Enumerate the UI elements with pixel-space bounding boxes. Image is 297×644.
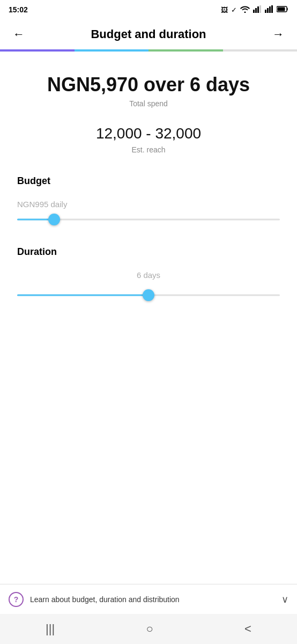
budget-slider-wrapper[interactable] — [17, 214, 280, 225]
nav-back-button[interactable]: < — [234, 618, 262, 640]
budget-section-title: Budget — [17, 175, 280, 187]
duration-section-title: Duration — [17, 246, 280, 258]
back-button[interactable]: ← — [9, 25, 29, 43]
progress-segment-1 — [0, 49, 75, 52]
help-bar[interactable]: ? Learn about budget, duration and distr… — [0, 584, 297, 614]
chevron-down-icon[interactable]: ∨ — [281, 594, 288, 605]
svg-rect-0 — [253, 10, 255, 13]
spend-label: Total spend — [17, 99, 280, 108]
nav-bar: ||| ○ < — [0, 614, 297, 644]
progress-segment-4 — [223, 49, 298, 52]
budget-slider-fill — [17, 219, 54, 221]
svg-rect-4 — [265, 10, 266, 13]
budget-slider-thumb — [48, 214, 60, 225]
page-title: Budget and duration — [91, 27, 206, 41]
nav-menu-button[interactable]: ||| — [35, 618, 65, 640]
wifi-icon — [240, 5, 250, 14]
signal1-icon — [253, 5, 262, 14]
budget-slider-section: NGN995 daily — [17, 200, 280, 225]
help-icon: ? — [9, 592, 24, 607]
budget-slider-bg — [17, 219, 280, 221]
progress-bar — [0, 49, 297, 52]
duration-label-container: 6 days — [17, 270, 280, 290]
svg-rect-2 — [257, 6, 259, 13]
photo-icon: 🖼 — [221, 6, 228, 14]
duration-slider-fill — [17, 295, 148, 296]
svg-rect-1 — [255, 8, 257, 13]
help-bar-left: ? Learn about budget, duration and distr… — [9, 592, 180, 607]
spend-amount: NGN5,970 over 6 days — [17, 73, 280, 96]
svg-rect-9 — [278, 7, 285, 11]
svg-rect-5 — [267, 8, 269, 13]
header: ← Budget and duration → — [0, 19, 297, 49]
duration-slider-section: 6 days — [17, 270, 280, 301]
status-bar: 15:02 🖼 ✓ — [0, 0, 297, 19]
progress-segment-3 — [148, 49, 223, 52]
status-icons: 🖼 ✓ — [221, 5, 288, 14]
svg-rect-7 — [271, 5, 273, 13]
budget-value-label: NGN995 daily — [17, 200, 280, 209]
help-text: Learn about budget, duration and distrib… — [30, 595, 180, 604]
status-time: 15:02 — [9, 5, 28, 14]
svg-rect-6 — [269, 6, 271, 13]
svg-rect-3 — [259, 5, 261, 13]
forward-button[interactable]: → — [268, 25, 288, 43]
main-content: NGN5,970 over 6 days Total spend 12,000 … — [0, 52, 297, 301]
progress-segment-2 — [75, 49, 149, 52]
reach-label: Est. reach — [17, 145, 280, 154]
check-icon: ✓ — [231, 6, 237, 14]
reach-amount: 12,000 - 32,000 — [17, 125, 280, 142]
nav-home-button[interactable]: ○ — [135, 618, 164, 640]
duration-slider-wrapper[interactable] — [17, 290, 280, 301]
duration-value-label: 6 days — [132, 270, 165, 280]
signal2-icon — [265, 5, 273, 14]
duration-slider-thumb — [143, 289, 154, 301]
battery-icon — [277, 6, 288, 14]
duration-slider-bg — [17, 295, 280, 296]
